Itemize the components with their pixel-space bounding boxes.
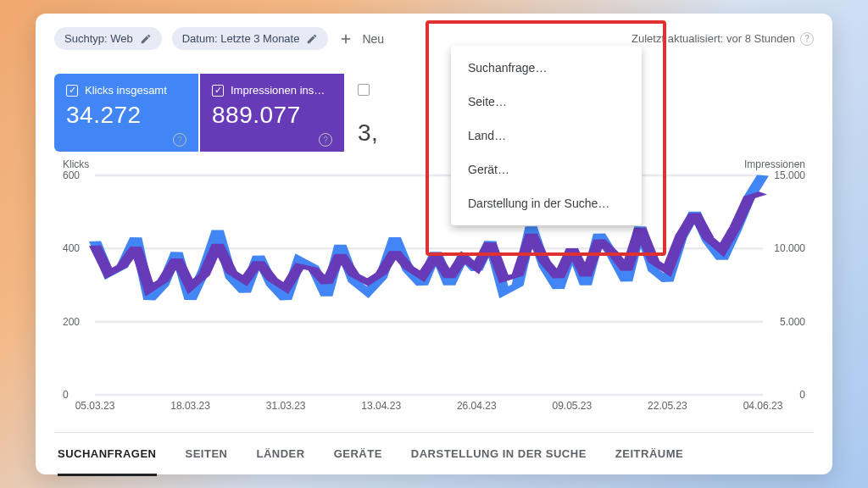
ytick-left: 600 <box>63 169 80 181</box>
xtick: 18.03.23 <box>170 400 210 412</box>
card-clicks[interactable]: Klicks insgesamt 34.272 ? <box>54 74 198 152</box>
axis-label-right: Impressionen <box>744 158 805 170</box>
tab-countries[interactable]: LÄNDER <box>256 434 304 474</box>
metric-cards: Klicks insgesamt 34.272 ? Impressionen i… <box>54 74 814 152</box>
tab-queries[interactable]: SUCHANFRAGEN <box>58 434 157 476</box>
filter-bar: Suchtyp: Web Datum: Letzte 3 Monate Neu … <box>54 27 814 50</box>
plus-icon <box>338 31 353 47</box>
dropdown-item-query[interactable]: Suchanfrage… <box>451 51 642 85</box>
card-value: 34.272 <box>66 102 186 129</box>
performance-panel: Suchtyp: Web Datum: Letzte 3 Monate Neu … <box>36 14 832 474</box>
card-label: Impressionen ins… <box>231 84 325 97</box>
dropdown-item-page[interactable]: Seite… <box>451 85 642 119</box>
ytick-right: 5.000 <box>780 316 805 328</box>
ytick-right: 0 <box>799 389 805 401</box>
chip-label: Suchtyp: Web <box>64 32 133 45</box>
xtick: 26.04.23 <box>457 400 497 412</box>
ytick-left: 400 <box>63 242 80 254</box>
line-chart-svg <box>95 175 763 395</box>
card-value: 889.077 <box>212 102 332 129</box>
ytick-right: 15.000 <box>774 169 805 181</box>
axis-label-left: Klicks <box>63 158 89 170</box>
xtick: 22.05.23 <box>648 400 687 412</box>
filter-chip-date[interactable]: Datum: Letzte 3 Monate <box>172 27 329 50</box>
checkbox-icon <box>66 85 78 97</box>
filter-dropdown: Suchanfrage… Seite… Land… Gerät… Darstel… <box>451 46 642 225</box>
tab-appearance[interactable]: DARSTELLUNG IN DER SUCHE <box>411 434 587 474</box>
tab-pages[interactable]: SEITEN <box>186 434 228 474</box>
filter-chip-searchtype[interactable]: Suchtyp: Web <box>54 27 162 50</box>
xtick: 04.06.23 <box>743 400 783 412</box>
card-impressions[interactable]: Impressionen ins… 889.077 ? <box>200 74 344 152</box>
checkbox-icon <box>358 84 370 96</box>
chip-label: Datum: Letzte 3 Monate <box>182 32 300 45</box>
chart-area: Klicks Impressionen 020040060005.00010.0… <box>54 164 814 432</box>
help-icon[interactable]: ? <box>319 133 332 147</box>
help-icon[interactable]: ? <box>173 133 186 147</box>
dropdown-item-search-appearance[interactable]: Darstellung in der Suche… <box>451 186 642 220</box>
last-updated-text: Zuletzt aktualisiert: vor 8 Stunden <box>632 32 795 45</box>
chart-plot-box <box>95 175 763 395</box>
xtick: 31.03.23 <box>266 400 306 412</box>
xtick: 13.04.23 <box>361 400 401 412</box>
ytick-right: 10.000 <box>774 242 805 254</box>
ytick-left: 0 <box>63 389 69 401</box>
pencil-icon <box>140 33 152 45</box>
dropdown-item-device[interactable]: Gerät… <box>451 152 642 186</box>
dropdown-item-country[interactable]: Land… <box>451 119 642 152</box>
tab-devices[interactable]: GERÄTE <box>334 434 382 474</box>
pencil-icon <box>306 33 318 45</box>
help-icon[interactable]: ? <box>800 32 814 46</box>
tab-dates[interactable]: ZEITRÄUME <box>615 434 683 474</box>
dimension-tabs: SUCHANFRAGEN SEITEN LÄNDER GERÄTE DARSTE… <box>54 432 814 474</box>
add-filter-label: Neu <box>362 32 384 46</box>
xtick: 05.03.23 <box>75 400 115 412</box>
xtick: 09.05.23 <box>552 400 592 412</box>
last-updated: Zuletzt aktualisiert: vor 8 Stunden ? <box>632 32 814 46</box>
checkbox-icon <box>212 85 224 97</box>
card-label: Klicks insgesamt <box>85 84 167 97</box>
add-filter-button[interactable]: Neu <box>338 31 384 47</box>
ytick-left: 200 <box>63 316 80 328</box>
